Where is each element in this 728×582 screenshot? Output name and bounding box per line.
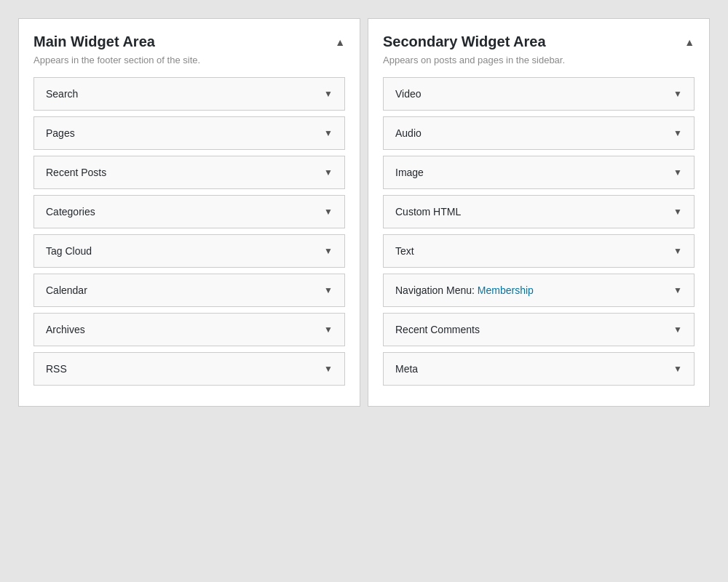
widget-item-meta-chevron: ▼ bbox=[673, 364, 682, 374]
widget-item-audio-label: Audio bbox=[395, 127, 422, 139]
widget-item-recent-comments[interactable]: Recent Comments ▼ bbox=[383, 313, 695, 346]
widget-item-image[interactable]: Image ▼ bbox=[383, 156, 695, 189]
widget-item-video[interactable]: Video ▼ bbox=[383, 77, 695, 111]
widget-item-search-chevron: ▼ bbox=[324, 89, 333, 99]
widget-item-custom-html-label: Custom HTML bbox=[395, 206, 461, 218]
widget-item-pages-label: Pages bbox=[46, 127, 75, 139]
widget-item-archives[interactable]: Archives ▼ bbox=[33, 313, 345, 346]
widget-item-pages[interactable]: Pages ▼ bbox=[33, 116, 345, 150]
widget-item-meta-label: Meta bbox=[395, 363, 418, 375]
main-widget-area-collapse-icon[interactable]: ▲ bbox=[335, 36, 345, 48]
widget-item-archives-label: Archives bbox=[46, 324, 85, 335]
widget-item-text-label: Text bbox=[395, 245, 414, 257]
widget-item-navigation-menu-label: Navigation Menu: Membership bbox=[395, 284, 534, 296]
widget-item-navigation-menu-chevron: ▼ bbox=[673, 285, 682, 295]
widget-item-recent-posts-chevron: ▼ bbox=[324, 167, 333, 178]
widget-item-image-label: Image bbox=[395, 167, 424, 178]
widget-item-tag-cloud-chevron: ▼ bbox=[324, 246, 333, 256]
widget-item-custom-html[interactable]: Custom HTML ▼ bbox=[383, 195, 695, 228]
widget-item-calendar-chevron: ▼ bbox=[324, 285, 333, 295]
widget-item-archives-chevron: ▼ bbox=[324, 324, 333, 335]
widget-item-calendar[interactable]: Calendar ▼ bbox=[33, 274, 345, 307]
widget-item-rss[interactable]: RSS ▼ bbox=[33, 352, 345, 386]
page-wrapper: Main Widget Area ▲ Appears in the footer… bbox=[7, 7, 721, 418]
secondary-widget-area-desc: Appears on posts and pages in the sideba… bbox=[383, 55, 695, 65]
secondary-widget-area-title: Secondary Widget Area bbox=[383, 33, 546, 50]
widget-item-categories[interactable]: Categories ▼ bbox=[33, 195, 345, 228]
widget-item-meta[interactable]: Meta ▼ bbox=[383, 352, 695, 386]
main-widget-area-desc: Appears in the footer section of the sit… bbox=[33, 55, 345, 65]
widget-item-rss-label: RSS bbox=[46, 363, 67, 375]
widget-item-tag-cloud[interactable]: Tag Cloud ▼ bbox=[33, 234, 345, 268]
main-widget-area: Main Widget Area ▲ Appears in the footer… bbox=[18, 18, 360, 407]
widget-item-video-label: Video bbox=[395, 88, 422, 100]
secondary-widget-area-collapse-icon[interactable]: ▲ bbox=[684, 36, 695, 48]
widget-item-pages-chevron: ▼ bbox=[324, 128, 333, 138]
widget-item-recent-posts-label: Recent Posts bbox=[46, 167, 106, 178]
widget-item-calendar-label: Calendar bbox=[46, 284, 87, 296]
main-widget-area-header: Main Widget Area ▲ bbox=[33, 33, 345, 50]
widget-item-audio[interactable]: Audio ▼ bbox=[383, 116, 695, 150]
widget-item-text[interactable]: Text ▼ bbox=[383, 234, 695, 268]
widget-item-search[interactable]: Search ▼ bbox=[33, 77, 345, 111]
widget-item-categories-label: Categories bbox=[46, 206, 95, 218]
widget-item-recent-comments-label: Recent Comments bbox=[395, 324, 480, 335]
widget-item-navigation-menu[interactable]: Navigation Menu: Membership ▼ bbox=[383, 274, 695, 307]
widget-item-recent-posts[interactable]: Recent Posts ▼ bbox=[33, 156, 345, 189]
secondary-widget-area: Secondary Widget Area ▲ Appears on posts… bbox=[368, 18, 710, 407]
widget-item-audio-chevron: ▼ bbox=[673, 128, 682, 138]
widget-item-video-chevron: ▼ bbox=[673, 89, 682, 99]
widget-item-rss-chevron: ▼ bbox=[324, 364, 333, 374]
widget-item-navigation-menu-accent: Membership bbox=[478, 284, 534, 296]
widget-item-search-label: Search bbox=[46, 88, 78, 100]
widget-item-custom-html-chevron: ▼ bbox=[673, 207, 682, 217]
widget-item-categories-chevron: ▼ bbox=[324, 207, 333, 217]
main-widget-area-title: Main Widget Area bbox=[33, 33, 155, 50]
widget-item-text-chevron: ▼ bbox=[673, 246, 682, 256]
widget-item-tag-cloud-label: Tag Cloud bbox=[46, 245, 92, 257]
widget-item-recent-comments-chevron: ▼ bbox=[673, 324, 682, 335]
secondary-widget-area-header: Secondary Widget Area ▲ bbox=[383, 33, 695, 50]
widget-item-image-chevron: ▼ bbox=[673, 167, 682, 178]
